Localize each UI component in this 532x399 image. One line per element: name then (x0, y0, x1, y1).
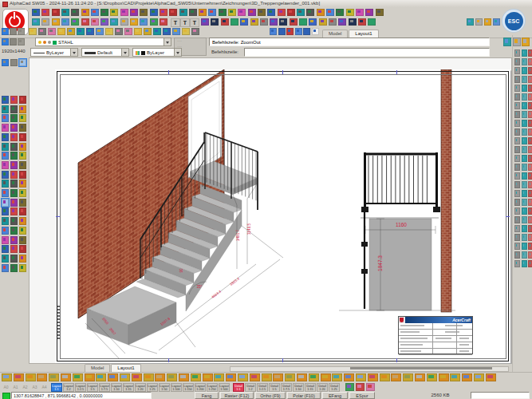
toolbar-icon[interactable] (303, 28, 310, 35)
toolbar-icon[interactable] (326, 9, 334, 16)
toolbar-icon[interactable] (199, 9, 207, 16)
toolbar-icon[interactable] (10, 133, 18, 141)
toolbar-icon[interactable] (522, 102, 527, 109)
toolbar-icon[interactable] (336, 9, 344, 16)
toolbar-icon[interactable] (528, 111, 532, 118)
toolbar-icon[interactable] (226, 373, 236, 381)
layout-scale-1:100[interactable]: Layout1:100 (171, 383, 182, 392)
detail-scale-1:5[interactable]: Detail1:5 (269, 383, 280, 392)
toolbar-icon[interactable] (19, 245, 26, 253)
toolbar-icon[interactable] (19, 189, 26, 197)
toolbar-icon[interactable] (278, 28, 286, 35)
toolbar-icon[interactable] (10, 255, 18, 263)
toolbar-icon[interactable] (285, 373, 295, 381)
toolbar-icon[interactable] (522, 164, 527, 171)
toolbar-icon[interactable] (528, 155, 532, 162)
toolbar-icon[interactable] (150, 18, 158, 26)
toolbar-icon[interactable] (2, 161, 9, 169)
toolbar-icon[interactable] (91, 18, 99, 26)
toolbar-icon[interactable] (19, 227, 26, 235)
paper-format-a0[interactable]: A0 (2, 384, 10, 391)
toolbar-icon[interactable] (67, 28, 75, 35)
toolbar-icon[interactable] (2, 152, 9, 160)
toolbar-icon[interactable] (514, 181, 520, 188)
toolbar-icon[interactable] (290, 18, 298, 26)
toolbar-icon[interactable] (134, 28, 142, 35)
toolbar-icon[interactable] (221, 18, 229, 26)
toolbar-icon[interactable] (32, 9, 40, 16)
toolbar-icon[interactable] (270, 18, 278, 26)
status-toggle-efang[interactable]: EFang (322, 392, 348, 399)
toolbar-icon[interactable] (19, 207, 26, 215)
toolbar-icon[interactable] (279, 18, 287, 26)
horizontal-scrollbar[interactable] (230, 366, 509, 372)
toolbar-icon[interactable] (160, 9, 167, 16)
toolbar-icon[interactable] (100, 18, 108, 26)
layout-scale-1:25[interactable]: Layout1:25 (147, 383, 158, 392)
toolbar-icon[interactable] (528, 137, 532, 144)
toolbar-icon[interactable] (522, 207, 527, 215)
toolbar-icon[interactable] (32, 18, 40, 26)
toolbar-icon[interactable] (514, 120, 520, 127)
snap-indicator[interactable] (2, 393, 10, 399)
paper-format-a1[interactable]: A1 (11, 384, 20, 391)
toolbar-icon[interactable] (528, 49, 532, 57)
toolbar-icon[interactable] (167, 373, 177, 381)
toolbar-icon[interactable] (514, 243, 520, 250)
toolbar-icon[interactable] (191, 373, 201, 381)
chevron-down-icon[interactable] (174, 49, 181, 56)
toolbar-icon[interactable] (528, 146, 532, 153)
toolbar-icon[interactable] (299, 18, 307, 26)
toolbar-icon[interactable] (514, 172, 520, 180)
toolbar-icon[interactable] (10, 38, 17, 45)
toolbar-icon[interactable] (57, 28, 65, 35)
toolbar-icon[interactable] (2, 105, 9, 113)
detail-scale-1:7.5[interactable]: Detail1:7.5 (281, 383, 292, 392)
toolbar-icon[interactable] (522, 146, 527, 153)
tab-model[interactable]: Model (85, 364, 110, 372)
status-toggle-espur[interactable]: ESpur (349, 392, 375, 399)
toolbar-icon[interactable] (38, 28, 46, 35)
toolbar-icon[interactable] (486, 373, 496, 381)
toolbar-icon[interactable] (306, 9, 314, 16)
toolbar-icon[interactable] (522, 216, 527, 223)
toolbar-icon[interactable] (528, 234, 532, 241)
toolbar-icon[interactable] (462, 373, 472, 381)
toolbar-icon[interactable] (163, 28, 171, 35)
toolbar-icon[interactable] (278, 9, 286, 16)
toolbar-icon[interactable] (71, 9, 79, 16)
toolbar-icon[interactable] (286, 28, 294, 35)
text-style-icon[interactable]: T (171, 18, 180, 27)
toolbar-icon[interactable] (329, 18, 337, 26)
toolbar-icon[interactable] (144, 28, 152, 35)
toolbar-icon[interactable] (260, 18, 268, 26)
linetype-combo[interactable]: ByLayer (30, 48, 78, 57)
toolbar-icon[interactable] (514, 199, 520, 206)
toolbar-icon[interactable] (522, 251, 527, 259)
drawing-canvas[interactable]: AcerCraft 105020071507.84664.43803.435°9… (29, 57, 512, 364)
toolbar-icon[interactable] (522, 225, 527, 232)
toolbar-icon[interactable] (522, 120, 527, 127)
toolbar-icon[interactable] (10, 114, 18, 122)
toolbar-icon[interactable] (514, 76, 520, 83)
toolbar-icon[interactable] (345, 383, 354, 391)
toolbar-icon[interactable] (81, 9, 89, 16)
toolbar-icon[interactable] (376, 9, 384, 16)
toolbar-icon[interactable] (169, 9, 177, 16)
layout-scale-1:2[interactable]: Layout1:2 (63, 383, 74, 392)
toolbar-icon[interactable] (77, 28, 85, 35)
toolbar-icon[interactable] (514, 234, 520, 241)
toolbar-icon[interactable] (52, 9, 60, 16)
detail-scale-1:20[interactable]: Detail1:20 (317, 383, 328, 392)
toolbar-icon[interactable] (297, 9, 305, 16)
toolbar-icon[interactable] (528, 93, 532, 101)
toolbar-icon[interactable] (493, 18, 500, 26)
toolbar-icon[interactable] (155, 373, 165, 381)
toolbar-icon[interactable] (358, 18, 366, 26)
toolbar-icon[interactable] (238, 9, 246, 16)
chevron-down-icon[interactable] (164, 38, 171, 45)
toolbar-icon[interactable] (366, 383, 375, 391)
toolbar-icon[interactable] (356, 383, 365, 391)
toolbar-icon[interactable] (228, 9, 236, 16)
toolbar-icon[interactable] (380, 373, 390, 381)
